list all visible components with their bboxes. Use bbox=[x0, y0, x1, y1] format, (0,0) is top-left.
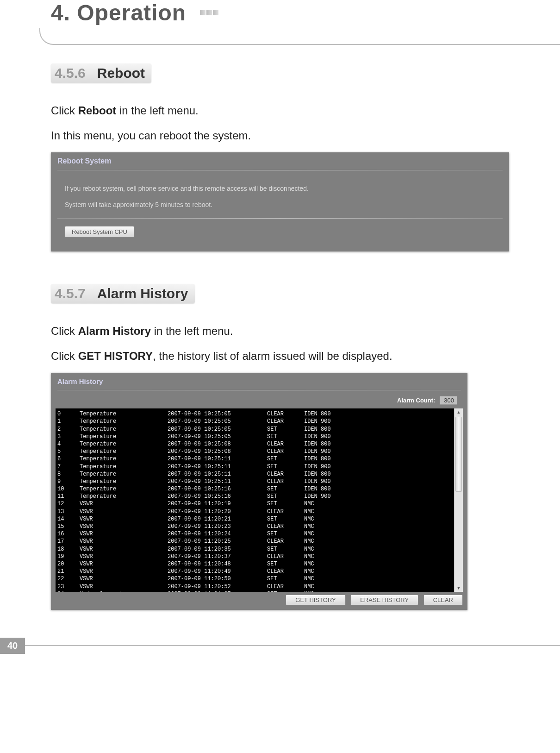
table-row: 17VSWR2007-09-09 11:20:25CLEARNMC bbox=[57, 538, 452, 545]
table-row: 23VSWR2007-09-09 11:20:52CLEARNMC bbox=[57, 583, 452, 590]
section-heading-alarm-history: 4.5.7 Alarm History bbox=[51, 284, 195, 303]
table-row: 13VSWR2007-09-09 11:20:20CLEARNMC bbox=[57, 508, 452, 515]
table-row: 12VSWR2007-09-09 11:20:19SETNMC bbox=[57, 500, 452, 508]
header-divider bbox=[39, 28, 560, 45]
divider bbox=[57, 218, 503, 219]
section-heading-reboot: 4.5.6 Reboot bbox=[51, 63, 151, 83]
table-row: 19VSWR2007-09-09 11:20:37CLEARNMC bbox=[57, 553, 452, 560]
table-row: 15VSWR2007-09-09 11:20:23CLEARNMC bbox=[57, 523, 452, 530]
footer-divider bbox=[25, 645, 560, 654]
section-number: 4.5.7 bbox=[55, 286, 86, 301]
section-number: 4.5.6 bbox=[55, 65, 86, 81]
table-row: 10Temperature2007-09-09 10:25:16SETIDEN … bbox=[57, 485, 452, 493]
alarm-desc: Click GET HISTORY, the history list of a… bbox=[51, 348, 509, 364]
divider bbox=[57, 170, 503, 170]
table-row: 3Temperature2007-09-09 10:25:05SETIDEN 9… bbox=[57, 433, 452, 440]
table-row: 7Temperature2007-09-09 10:25:11SETIDEN 9… bbox=[57, 463, 452, 471]
erase-history-button[interactable]: ERASE HISTORY bbox=[350, 595, 418, 605]
alarm-history-panel: Alarm History Alarm Count: 300 0Temperat… bbox=[51, 373, 467, 610]
reboot-system-panel: Reboot System If you reboot system, cell… bbox=[51, 152, 509, 251]
chapter-title: 4. Operation bbox=[51, 0, 186, 25]
table-row: 11Temperature2007-09-09 10:25:16SETIDEN … bbox=[57, 493, 452, 500]
reboot-panel-title: Reboot System bbox=[51, 152, 509, 167]
table-row: 4Temperature2007-09-09 10:25:08CLEARIDEN… bbox=[57, 440, 452, 448]
reboot-warning-2: System will take approximately 5 minutes… bbox=[65, 199, 495, 211]
divider bbox=[57, 390, 461, 390]
reboot-warning-1: If you reboot system, cell phone service… bbox=[65, 182, 495, 195]
reboot-intro: Click Reboot in the left menu. bbox=[51, 102, 509, 119]
reboot-desc: In this menu, you can reboot the system. bbox=[51, 127, 509, 144]
table-row: 14VSWR2007-09-09 11:20:21SETNMC bbox=[57, 515, 452, 523]
table-row: 18VSWR2007-09-09 11:20:35SETNMC bbox=[57, 546, 452, 553]
table-row: 8Temperature2007-09-09 10:25:11CLEARIDEN… bbox=[57, 471, 452, 478]
table-row: 20VSWR2007-09-09 11:20:48SETNMC bbox=[57, 560, 452, 568]
alarm-count-value: 300 bbox=[440, 396, 457, 405]
table-row: 9Temperature2007-09-09 10:25:11CLEARIDEN… bbox=[57, 478, 452, 485]
alarm-history-list[interactable]: 0Temperature2007-09-09 10:25:05CLEARIDEN… bbox=[56, 408, 454, 592]
get-history-button[interactable]: GET HISTORY bbox=[286, 595, 345, 605]
table-row: 1Temperature2007-09-09 10:25:05CLEARIDEN… bbox=[57, 418, 452, 425]
table-row: 24Under Current2007-09-09 11:21:07SETNMC bbox=[57, 590, 452, 592]
scrollbar[interactable]: ▲ ▼ bbox=[454, 408, 463, 592]
reboot-system-cpu-button[interactable]: Reboot System CPU bbox=[65, 226, 134, 238]
alarm-panel-title: Alarm History bbox=[51, 373, 467, 387]
scroll-down-icon[interactable]: ▼ bbox=[454, 584, 463, 592]
table-row: 6Temperature2007-09-09 10:25:11SETIDEN 8… bbox=[57, 455, 452, 463]
section-name: Alarm History bbox=[97, 286, 188, 301]
alarm-intro: Click Alarm History in the left menu. bbox=[51, 323, 509, 339]
scroll-up-icon[interactable]: ▲ bbox=[454, 408, 463, 416]
alarm-count-label: Alarm Count: bbox=[397, 397, 435, 404]
table-row: 16VSWR2007-09-09 11:20:24SETNMC bbox=[57, 530, 452, 538]
decorative-chevrons bbox=[200, 9, 219, 17]
table-row: 5Temperature2007-09-09 10:25:08CLEARIDEN… bbox=[57, 448, 452, 455]
table-row: 0Temperature2007-09-09 10:25:05CLEARIDEN… bbox=[57, 410, 452, 418]
scroll-thumb[interactable] bbox=[455, 417, 462, 492]
table-row: 21VSWR2007-09-09 11:20:49CLEARNMC bbox=[57, 568, 452, 575]
page-number: 40 bbox=[0, 638, 25, 654]
table-row: 22VSWR2007-09-09 11:20:50SETNMC bbox=[57, 575, 452, 583]
section-name: Reboot bbox=[97, 65, 145, 81]
table-row: 2Temperature2007-09-09 10:25:05SETIDEN 8… bbox=[57, 426, 452, 433]
clear-button[interactable]: CLEAR bbox=[423, 595, 463, 605]
